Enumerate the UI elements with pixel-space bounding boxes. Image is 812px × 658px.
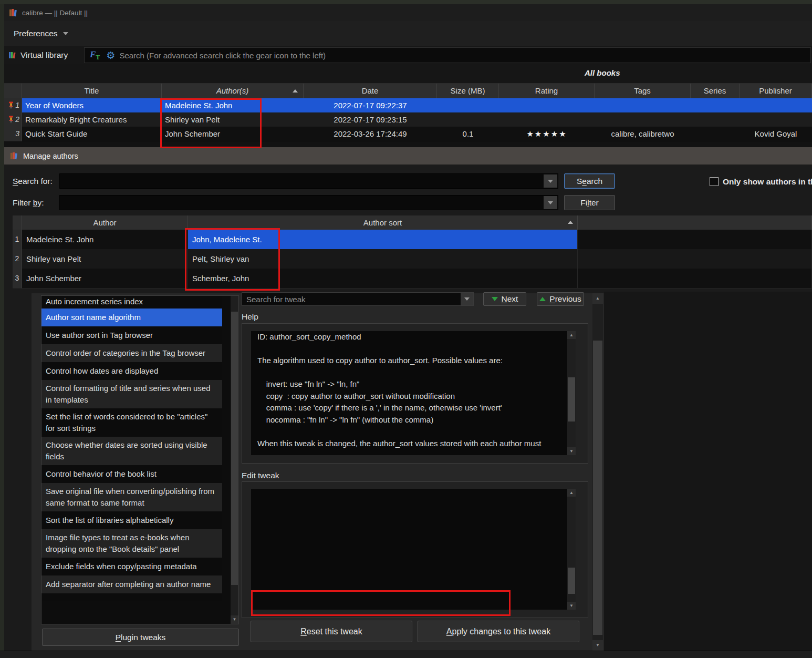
book-column-header-size-mb-[interactable]: Size (MB) [437, 84, 499, 98]
book-column-header-title[interactable]: Title [22, 84, 162, 98]
tweak-list-item[interactable]: Exclude fields when copy/pasting metadat… [41, 558, 222, 575]
tweak-list-scrollbar[interactable]: ▼ [231, 296, 238, 624]
scroll-down-arrow-icon[interactable]: ▼ [567, 602, 576, 610]
reset-tweak-button[interactable]: Reset this tweak [251, 621, 412, 642]
filter-by-combobox[interactable] [59, 195, 558, 210]
tweak-list-item[interactable]: Image file types to treat as e-books whe… [41, 529, 222, 558]
next-button[interactable]: Next [483, 292, 526, 306]
search-for-combobox[interactable] [59, 173, 558, 189]
book-row-header[interactable]: 3 [4, 127, 22, 141]
author-row-header[interactable]: 2 [13, 249, 22, 269]
author-cell-name[interactable]: Shirley van Pelt [22, 249, 188, 269]
tweak-list-item[interactable]: Choose whether dates are sorted using vi… [41, 437, 222, 465]
book-cell-tags[interactable]: calibre, calibretwo [595, 127, 691, 141]
tweaks-dialog-scrollbar-thumb[interactable] [593, 341, 602, 635]
combo-dropdown-arrow-icon[interactable] [544, 196, 557, 209]
book-cell-series[interactable] [691, 98, 740, 113]
combo-dropdown-arrow-icon[interactable] [544, 174, 557, 188]
book-cell-date[interactable]: 2022-07-17 09:23:15 [304, 112, 437, 127]
scroll-down-arrow-icon[interactable]: ▼ [231, 615, 238, 624]
tweak-list-item[interactable]: Author sort name algorithm [41, 309, 222, 326]
book-cell-rating[interactable] [499, 112, 595, 127]
book-cell-date[interactable]: 2022-03-26 17:24:49 [304, 127, 437, 141]
book-cell-authors[interactable]: Shirley van Pelt [162, 112, 304, 127]
tweak-list-item[interactable]: Control formatting of title and series w… [41, 380, 222, 408]
book-cell-publisher[interactable]: Kovid Goyal [740, 127, 812, 141]
tweak-list-item[interactable]: Auto increment series index [41, 296, 222, 309]
filter-button[interactable]: Filter [564, 195, 615, 210]
book-cell-rating[interactable]: ★★★★★ [499, 127, 595, 141]
book-cell-size[interactable]: 0.1 [437, 127, 499, 141]
book-cell-authors[interactable]: John Schember [162, 127, 304, 141]
scroll-down-arrow-icon[interactable]: ▼ [592, 640, 603, 651]
tweak-search-input[interactable]: Search for tweak [242, 292, 474, 306]
book-column-header-tags[interactable]: Tags [595, 84, 691, 98]
tweak-list-item[interactable]: Control behavior of the book list [41, 465, 222, 483]
tweaks-dialog-scrollbar[interactable]: ▲ ▼ [592, 293, 603, 651]
author-cell-sort[interactable]: Schember, John [188, 269, 578, 289]
tweak-list-partial-row[interactable] [41, 593, 222, 601]
book-column-header-series[interactable]: Series [691, 84, 740, 98]
tweak-list-item[interactable]: Control how dates are displayed [41, 362, 222, 380]
tweak-list-scrollbar-thumb[interactable] [231, 312, 238, 585]
virtual-library-button[interactable]: Virtual library [4, 50, 74, 60]
help-scrollbar-thumb[interactable] [568, 377, 575, 421]
book-row-header[interactable]: 1 [4, 98, 22, 113]
book-row-header[interactable]: 2 [4, 112, 22, 127]
book-column-header-date[interactable]: Date [304, 84, 437, 98]
book-cell-title[interactable]: Quick Start Guide [22, 127, 162, 141]
author-cell-name[interactable]: Madeleine St. John [22, 230, 188, 250]
book-column-header-rating[interactable]: Rating [499, 84, 595, 98]
gear-icon[interactable]: ⚙ [106, 50, 115, 60]
table-row[interactable]: 2Remarkably Bright CreaturesShirley van … [4, 112, 812, 127]
tweak-code-editor[interactable] [251, 489, 576, 610]
preferences-menu[interactable]: Preferences [8, 26, 74, 42]
plugin-tweaks-button[interactable]: Plugin tweaks [42, 629, 239, 646]
author-cell-sort[interactable]: John, Madeleine St. [188, 230, 578, 250]
table-row[interactable]: 2Shirley van PeltPelt, Shirley van [13, 249, 812, 269]
book-cell-size[interactable] [437, 112, 499, 127]
book-column-header-author-s-[interactable]: Author(s) [162, 84, 304, 98]
book-cell-publisher[interactable] [740, 98, 812, 113]
tweak-list-item[interactable]: Use author sort in Tag browser [41, 326, 222, 344]
full-text-search-icon[interactable]: FT [90, 49, 100, 61]
search-input[interactable]: FT ⚙ Search (For advanced search click t… [84, 47, 811, 63]
author-cell-name[interactable]: John Schember [22, 269, 188, 289]
author-cell-sort[interactable]: Pelt, Shirley van [188, 249, 578, 269]
book-cell-rating[interactable] [499, 98, 595, 113]
scroll-up-arrow-icon[interactable]: ▲ [567, 331, 576, 339]
search-button[interactable]: Search [564, 173, 615, 189]
book-cell-title[interactable]: Year of Wonders [22, 98, 162, 113]
scroll-down-arrow-icon[interactable]: ▼ [567, 447, 576, 455]
book-cell-series[interactable] [691, 127, 740, 141]
scroll-up-arrow-icon[interactable]: ▲ [592, 293, 603, 304]
previous-button[interactable]: Previous [537, 292, 584, 306]
edit-tweak-scrollbar[interactable]: ▲ ▼ [567, 489, 576, 610]
author-row-header[interactable]: 1 [13, 230, 22, 250]
book-cell-authors[interactable]: Madeleine St. John [162, 98, 304, 113]
help-scrollbar[interactable]: ▲ ▼ [567, 331, 576, 455]
table-row[interactable]: 3Quick Start GuideJohn Schember2022-03-2… [4, 127, 812, 141]
tweak-list-item[interactable]: Set the list of words considered to be "… [41, 408, 222, 437]
book-cell-tags[interactable] [595, 98, 691, 113]
table-row[interactable]: 1Year of WondersMadeleine St. John2022-0… [4, 98, 812, 112]
book-cell-size[interactable] [437, 98, 499, 113]
author-row-header[interactable]: 3 [13, 269, 22, 289]
book-cell-title[interactable]: Remarkably Bright Creatures [22, 112, 162, 127]
edit-tweak-scrollbar-thumb[interactable] [568, 568, 575, 594]
tweak-list-item[interactable]: Add separator after completing an author… [41, 575, 222, 593]
only-show-authors-checkbox[interactable] [710, 177, 719, 186]
book-cell-tags[interactable] [595, 112, 691, 127]
combo-dropdown-arrow-icon[interactable] [461, 293, 473, 305]
tweak-list-item[interactable]: Control order of categories in the Tag b… [41, 344, 222, 362]
tweak-list-item[interactable]: Sort the list of libraries alphabeticall… [41, 511, 222, 529]
table-row[interactable]: 1Madeleine St. JohnJohn, Madeleine St. [13, 230, 812, 249]
author-column-header-author-sort[interactable]: Author sort [188, 215, 578, 230]
book-cell-series[interactable] [691, 112, 740, 127]
apply-tweak-button[interactable]: Apply changes to this tweak [418, 621, 579, 642]
table-row[interactable]: 3John SchemberSchember, John [13, 269, 812, 288]
tweak-list-item[interactable]: Save original file when converting/polis… [41, 483, 222, 511]
scroll-up-arrow-icon[interactable]: ▲ [567, 489, 576, 497]
author-column-header-author[interactable]: Author [22, 215, 188, 230]
book-cell-date[interactable]: 2022-07-17 09:22:37 [304, 98, 437, 113]
